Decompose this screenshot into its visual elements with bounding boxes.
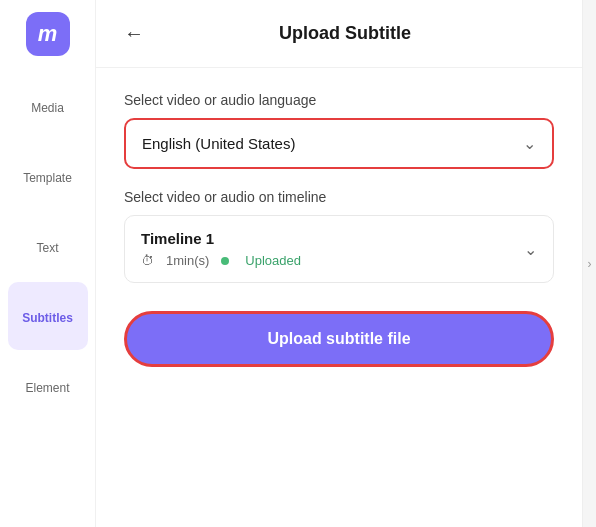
timeline-section-label: Select video or audio on timeline <box>124 189 554 205</box>
language-dropdown[interactable]: English (United States) ⌄ <box>124 118 554 169</box>
scroll-edge: › <box>582 0 596 527</box>
language-section-label: Select video or audio language <box>124 92 554 108</box>
sidebar-item-label-text: Text <box>36 241 58 255</box>
language-dropdown-wrapper: English (United States) ⌄ <box>124 118 554 169</box>
timeline-meta: ⏱ 1min(s) Uploaded <box>141 253 301 268</box>
content-area: Select video or audio language English (… <box>96 68 582 391</box>
timeline-chevron-icon: ⌄ <box>524 240 537 259</box>
timeline-card[interactable]: Timeline 1 ⏱ 1min(s) Uploaded ⌄ <box>124 215 554 283</box>
timeline-section: Select video or audio on timeline Timeli… <box>124 189 554 283</box>
clock-icon: ⏱ <box>141 253 154 268</box>
sidebar: m Media Template <box>0 0 96 527</box>
status-dot-icon <box>221 257 229 265</box>
timeline-name: Timeline 1 <box>141 230 301 247</box>
sidebar-item-media[interactable]: Media <box>8 72 88 140</box>
language-selected-value: English (United States) <box>142 135 295 152</box>
app-logo: m <box>26 12 70 56</box>
chevron-right-icon: › <box>588 257 592 271</box>
sidebar-item-label-media: Media <box>31 101 64 115</box>
sidebar-item-label-template: Template <box>23 171 72 185</box>
page-title: Upload Subtitle <box>160 23 558 44</box>
sidebar-item-text[interactable]: Text <box>8 212 88 280</box>
sidebar-item-label-element: Element <box>25 381 69 395</box>
sidebar-item-template[interactable]: Template <box>8 142 88 210</box>
logo-letter: m <box>38 21 58 47</box>
timeline-duration: 1min(s) <box>166 253 209 268</box>
upload-subtitle-button[interactable]: Upload subtitle file <box>124 311 554 367</box>
header: ← Upload Subtitle <box>96 0 582 68</box>
sidebar-item-label-subtitles: Subtitles <box>22 311 73 325</box>
chevron-down-icon: ⌄ <box>523 134 536 153</box>
sidebar-item-element[interactable]: Element <box>8 352 88 420</box>
sidebar-item-subtitles[interactable]: Subtitles <box>8 282 88 350</box>
language-section: Select video or audio language English (… <box>124 92 554 169</box>
timeline-info: Timeline 1 ⏱ 1min(s) Uploaded <box>141 230 301 268</box>
main-content: ← Upload Subtitle Select video or audio … <box>96 0 582 527</box>
timeline-status: Uploaded <box>245 253 301 268</box>
back-button[interactable]: ← <box>120 18 148 49</box>
